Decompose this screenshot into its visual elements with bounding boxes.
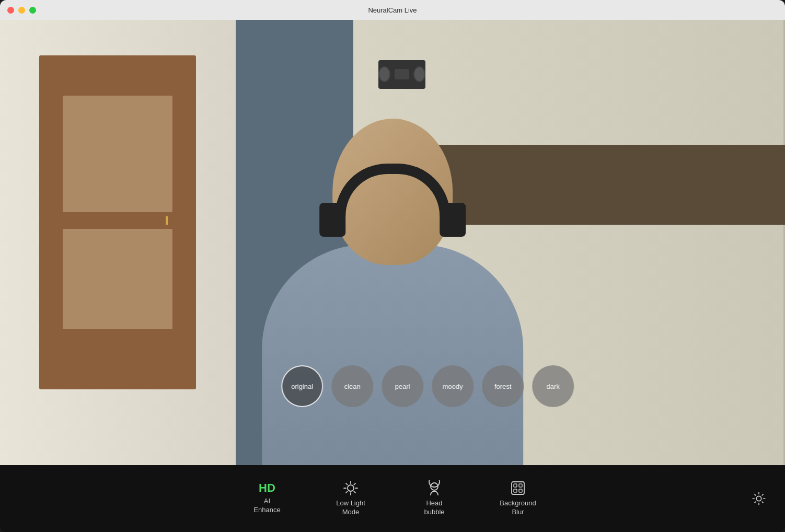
- traffic-lights: [7, 7, 36, 14]
- headphones: [319, 164, 466, 237]
- filter-bubble-original[interactable]: original: [281, 365, 323, 407]
- filter-bubble-pearl[interactable]: pearl: [382, 365, 423, 407]
- filter-bubble-dark[interactable]: dark: [532, 365, 574, 407]
- filter-bubble-moody[interactable]: moody: [432, 365, 474, 407]
- settings-area: [743, 491, 775, 506]
- svg-rect-7: [519, 489, 522, 492]
- low-light-label: Low LightMode: [336, 499, 365, 517]
- filter-row: originalcleanpearlmoodyforestdark: [281, 365, 574, 407]
- person-body: [262, 245, 523, 465]
- ai-enhance-label: AIEnhance: [253, 497, 280, 515]
- minimize-button[interactable]: [18, 7, 25, 14]
- svg-point-2: [429, 480, 440, 487]
- head-bubble-button[interactable]: Headbubble: [392, 465, 476, 532]
- maximize-button[interactable]: [29, 7, 36, 14]
- headphone-cup-right: [440, 203, 466, 237]
- hd-label: HD: [259, 482, 275, 494]
- main-content: originalcleanpearlmoodyforestdark HD AIE…: [0, 20, 785, 532]
- svg-point-0: [348, 485, 354, 491]
- gear-icon: [752, 491, 766, 506]
- settings-button[interactable]: [743, 491, 775, 506]
- titlebar: NeuralCam Live: [0, 0, 785, 20]
- camera-view: originalcleanpearlmoodyforestdark: [0, 20, 785, 465]
- background-blur-label: BackgroundBlur: [500, 499, 536, 517]
- window-title: NeuralCam Live: [368, 6, 417, 14]
- svg-rect-3: [512, 482, 524, 494]
- head-bubble-label: Headbubble: [424, 499, 444, 517]
- ai-enhance-button[interactable]: HD AIEnhance: [225, 465, 309, 532]
- svg-rect-5: [519, 484, 522, 487]
- close-button[interactable]: [7, 7, 14, 14]
- background-blur-icon: [510, 480, 526, 496]
- headphone-cup-left: [319, 203, 345, 237]
- filter-bubble-forest[interactable]: forest: [482, 365, 524, 407]
- app-window: NeuralCam Live: [0, 0, 785, 532]
- toolbar: HD AIEnhance Low LightMode: [0, 465, 785, 532]
- svg-rect-6: [514, 489, 517, 492]
- head-bubble-icon: [426, 480, 442, 496]
- background-blur-button[interactable]: BackgroundBlur: [476, 465, 560, 532]
- low-light-mode-button[interactable]: Low LightMode: [309, 465, 392, 532]
- svg-rect-4: [514, 484, 517, 487]
- svg-point-8: [756, 496, 761, 501]
- headphone-band: [335, 164, 450, 216]
- low-light-icon: [343, 480, 359, 496]
- filter-bubble-clean[interactable]: clean: [331, 365, 373, 407]
